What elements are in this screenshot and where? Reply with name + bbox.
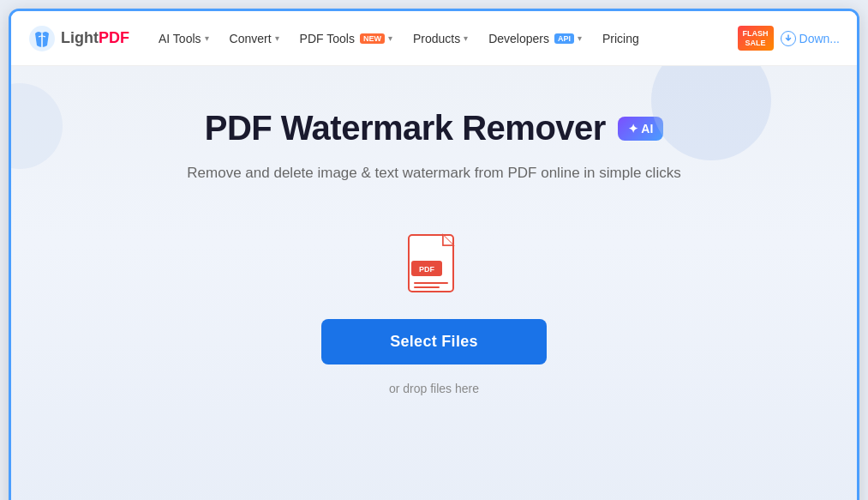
logo[interactable]: LightPDF: [28, 25, 129, 52]
nav-item-pricing[interactable]: Pricing: [594, 27, 648, 51]
nav-item-ai-tools[interactable]: AI Tools ▾: [150, 27, 218, 51]
browser-window: LightPDF AI Tools ▾ Convert ▾ PDF Tools …: [9, 9, 859, 500]
deco-circle-1: [651, 66, 771, 160]
select-files-button[interactable]: Select Files: [321, 319, 547, 364]
chevron-down-icon: ▾: [388, 33, 392, 43]
drop-files-text: or drop files here: [389, 382, 479, 395]
page-subtitle: Remove and delete image & text watermark…: [187, 165, 680, 182]
page-title: PDF Watermark Remover: [205, 109, 606, 148]
logo-pdf-text: PDF: [99, 29, 129, 46]
nav-right: FLASH SALE Down...: [738, 26, 840, 51]
chevron-down-icon: ▾: [275, 33, 279, 43]
download-icon: [781, 31, 796, 46]
new-badge: NEW: [360, 33, 385, 44]
logo-icon: [28, 25, 56, 52]
navbar: LightPDF AI Tools ▾ Convert ▾ PDF Tools …: [11, 11, 857, 66]
nav-item-products[interactable]: Products ▾: [404, 27, 476, 51]
logo-light-text: Light: [61, 29, 99, 46]
upload-area: PDF Select Files or drop files here: [321, 233, 547, 395]
nav-items: AI Tools ▾ Convert ▾ PDF Tools NEW ▾ Pro…: [150, 27, 738, 51]
flash-sale-badge[interactable]: FLASH SALE: [738, 26, 774, 51]
title-wrapper: PDF Watermark Remover ✦ AI: [205, 109, 664, 148]
chevron-down-icon: ▾: [578, 33, 582, 43]
download-button[interactable]: Down...: [781, 31, 840, 46]
deco-circle-2: [11, 83, 63, 169]
main-content: PDF Watermark Remover ✦ AI Remove and de…: [11, 66, 857, 500]
chevron-down-icon: ▾: [205, 33, 209, 43]
svg-text:PDF: PDF: [419, 265, 435, 274]
nav-item-developers[interactable]: Developers API ▾: [480, 27, 590, 51]
nav-item-pdf-tools[interactable]: PDF Tools NEW ▾: [291, 27, 401, 51]
nav-item-convert[interactable]: Convert ▾: [221, 27, 288, 51]
pdf-file-icon: PDF: [404, 233, 464, 302]
api-badge: API: [554, 33, 574, 44]
chevron-down-icon: ▾: [464, 33, 468, 43]
